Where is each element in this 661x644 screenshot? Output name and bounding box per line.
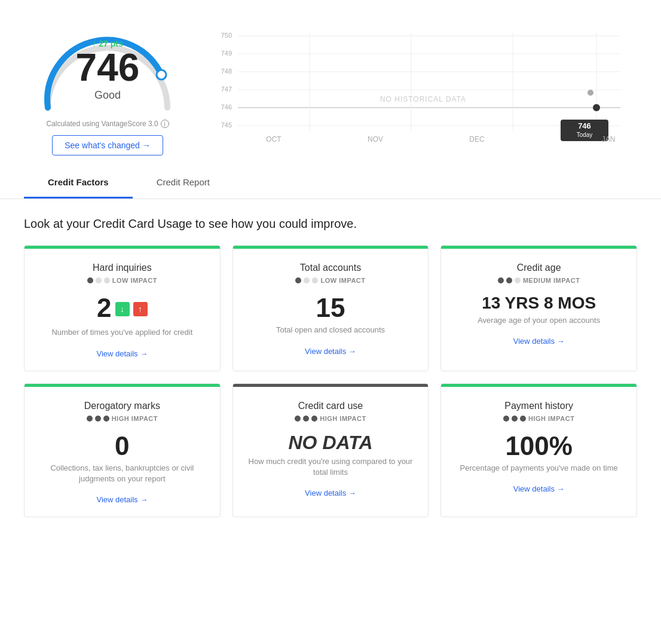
- impact-label: MEDIUM IMPACT: [523, 277, 580, 284]
- dot-2: [512, 416, 518, 422]
- card-top-bar: [25, 246, 220, 249]
- impact-row: LOW IMPACT: [36, 277, 208, 284]
- svg-text:746: 746: [578, 121, 591, 130]
- svg-point-0: [157, 70, 166, 80]
- gauge-container: ↑ 27 pts 746 Good Calculated using Vanta…: [24, 18, 191, 155]
- dot-1: [87, 416, 93, 422]
- svg-text:DEC: DEC: [469, 135, 485, 144]
- card-desc: Collections, tax liens, bankruptcies or …: [36, 463, 208, 484]
- arrow-up-btn[interactable]: ↑: [133, 302, 148, 316]
- view-details-link[interactable]: View details →: [513, 337, 565, 346]
- chart-container: 750 749 748 747 746 745 NO HISTORICAL DA…: [209, 27, 637, 146]
- card-payment-history: Payment history HIGH IMPACT 100% Percent…: [440, 383, 637, 518]
- cards-grid: Hard inquiries LOW IMPACT 2 ↓ ↑ Number o…: [24, 245, 637, 517]
- svg-point-18: [593, 104, 600, 111]
- card-title: Hard inquiries: [36, 263, 208, 273]
- impact-row: LOW IMPACT: [245, 277, 417, 284]
- view-details-link[interactable]: View details →: [96, 349, 148, 358]
- arrow-down-btn[interactable]: ↓: [115, 302, 130, 316]
- impact-row: HIGH IMPACT: [245, 415, 417, 422]
- card-title: Credit age: [453, 263, 625, 273]
- card-value: 2: [97, 294, 111, 322]
- dot-3: [515, 277, 521, 283]
- svg-text:746: 746: [221, 103, 232, 111]
- svg-text:NOV: NOV: [368, 135, 383, 144]
- card-title: Payment history: [453, 401, 625, 411]
- card-title: Total accounts: [245, 263, 417, 273]
- svg-text:OCT: OCT: [266, 135, 281, 144]
- card-top-bar: [233, 384, 429, 387]
- info-icon[interactable]: i: [161, 120, 169, 128]
- dot-3: [311, 416, 317, 422]
- svg-point-19: [587, 90, 593, 96]
- dot-1: [498, 277, 504, 283]
- main-content: Look at your Credit Card Usage to see ho…: [0, 199, 661, 535]
- dot-1: [295, 416, 301, 422]
- card-value: 0: [36, 432, 208, 460]
- dot-1: [295, 277, 301, 283]
- dot-2: [304, 277, 310, 283]
- card-credit-card-use: Credit card use HIGH IMPACT No Data How …: [232, 383, 429, 518]
- svg-text:747: 747: [221, 86, 232, 93]
- card-value: 13 YRS 8 MOS: [453, 294, 625, 313]
- dot-3: [103, 416, 109, 422]
- dot-1: [503, 416, 509, 422]
- view-details-link[interactable]: View details →: [513, 484, 565, 493]
- impact-row: HIGH IMPACT: [453, 415, 625, 422]
- svg-text:748: 748: [221, 68, 232, 75]
- svg-text:JAN: JAN: [602, 135, 616, 144]
- dot-1: [87, 277, 93, 283]
- card-desc: Average age of your open accounts: [453, 315, 625, 326]
- svg-text:745: 745: [221, 121, 232, 129]
- view-details-link[interactable]: View details →: [96, 495, 148, 504]
- card-top-bar: [233, 246, 429, 249]
- view-details-link[interactable]: View details →: [305, 489, 356, 498]
- value-with-arrows: 2 ↓ ↑: [36, 294, 208, 325]
- impact-label: LOW IMPACT: [320, 277, 365, 284]
- top-section: ↑ 27 pts 746 Good Calculated using Vanta…: [0, 0, 661, 167]
- impact-label: HIGH IMPACT: [528, 415, 574, 422]
- card-value: 100%: [453, 432, 625, 460]
- gauge-calculated: Calculated using VantageScore 3.0 i: [46, 120, 169, 128]
- dot-3: [312, 277, 318, 283]
- view-details-link[interactable]: View details →: [305, 347, 356, 356]
- impact-label: HIGH IMPACT: [112, 415, 158, 422]
- card-total-accounts: Total accounts LOW IMPACT 15 Total open …: [232, 245, 429, 371]
- card-desc: Percentage of payments you've made on ti…: [453, 463, 625, 474]
- card-title: Derogatory marks: [36, 401, 208, 411]
- tab-credit-report[interactable]: Credit Report: [133, 167, 234, 199]
- impact-label: LOW IMPACT: [112, 277, 157, 284]
- card-value-nodata: No Data: [245, 432, 417, 454]
- tabs-section: Credit Factors Credit Report: [0, 167, 661, 199]
- card-hard-inquiries: Hard inquiries LOW IMPACT 2 ↓ ↑ Number o…: [24, 245, 221, 371]
- gauge-score: ↑ 27 pts 746 Good: [76, 39, 140, 102]
- tab-credit-factors[interactable]: Credit Factors: [24, 167, 133, 199]
- card-value: 15: [245, 294, 417, 322]
- gauge-svg: ↑ 27 pts 746 Good: [36, 18, 179, 114]
- svg-text:Today: Today: [577, 132, 593, 138]
- svg-text:750: 750: [221, 32, 232, 39]
- svg-text:749: 749: [221, 50, 232, 57]
- dot-3: [104, 277, 110, 283]
- dot-2: [96, 277, 102, 283]
- card-top-bar: [25, 384, 220, 387]
- card-top-bar: [441, 384, 636, 387]
- dot-2: [95, 416, 101, 422]
- impact-row: HIGH IMPACT: [36, 415, 208, 422]
- card-desc: How much credit you're using compared to…: [245, 456, 417, 478]
- card-derogatory-marks: Derogatory marks HIGH IMPACT 0 Collectio…: [24, 383, 221, 518]
- score-number: 746: [76, 48, 140, 87]
- dot-2: [303, 416, 309, 422]
- score-label: Good: [76, 89, 140, 102]
- card-credit-age: Credit age MEDIUM IMPACT 13 YRS 8 MOS Av…: [440, 245, 637, 371]
- svg-text:NO HISTORICAL DATA: NO HISTORICAL DATA: [380, 95, 466, 103]
- card-desc: Total open and closed accounts: [245, 325, 417, 335]
- card-desc: Number of times you've applied for credi…: [36, 327, 208, 338]
- dot-2: [506, 277, 512, 283]
- impact-row: MEDIUM IMPACT: [453, 277, 625, 284]
- dot-3: [520, 416, 526, 422]
- see-whats-changed-button[interactable]: See what's changed →: [52, 135, 163, 155]
- impact-label: HIGH IMPACT: [320, 415, 366, 422]
- card-title: Credit card use: [245, 401, 417, 411]
- card-top-bar: [441, 246, 636, 249]
